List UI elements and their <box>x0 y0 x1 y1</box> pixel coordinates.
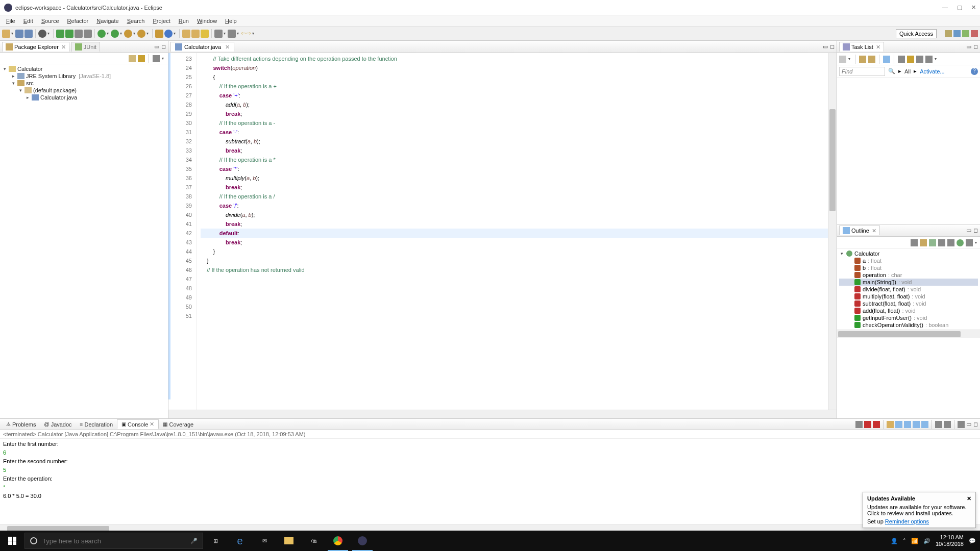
volume-icon[interactable]: 🔊 <box>923 538 930 544</box>
bottom-tab-console[interactable]: ▣Console ✕ <box>117 419 159 429</box>
console-toolbar-icon[interactable] <box>855 421 863 428</box>
code-editor[interactable]: 2324252627282930313233343536373839404142… <box>168 53 837 410</box>
mic-icon[interactable]: 🎤 <box>190 538 198 544</box>
reminder-options-link[interactable]: Reminder options <box>885 518 929 524</box>
new-package-icon[interactable] <box>164 30 173 38</box>
menu-run[interactable]: Run <box>175 17 193 25</box>
open-task-icon[interactable] <box>191 30 200 38</box>
console-toolbar-icon[interactable] <box>887 421 894 428</box>
outline-member[interactable]: add(float, float) : void <box>839 307 978 314</box>
start-button[interactable] <box>0 531 24 551</box>
build-icon[interactable] <box>38 30 46 38</box>
tree-project[interactable]: ▾ Calculator <box>2 65 166 72</box>
outline-member[interactable]: b : float <box>839 264 978 271</box>
editor-vertical-scrollbar[interactable] <box>828 53 837 410</box>
notifications-icon[interactable]: 💬 <box>969 538 976 544</box>
people-icon[interactable]: 👤 <box>891 538 898 544</box>
explorer-icon[interactable] <box>277 531 301 551</box>
task-activate-link[interactable]: Activate... <box>920 68 944 74</box>
windows-search[interactable]: 🎤 <box>24 533 203 549</box>
windows-search-input[interactable] <box>42 537 185 545</box>
outline-link-icon[interactable] <box>966 239 973 246</box>
menu-refactor[interactable]: Refactor <box>63 17 93 25</box>
outline-hide-static-icon[interactable] <box>947 239 954 246</box>
editor-maximize-icon[interactable]: ◻ <box>830 43 835 50</box>
edge-icon[interactable]: e <box>228 531 252 551</box>
quick-access[interactable]: Quick Access <box>896 29 937 38</box>
view-minimize-icon[interactable]: ▭ <box>154 43 159 50</box>
outline-member[interactable]: divide(float, float) : void <box>839 286 978 293</box>
tasklist-tab[interactable]: Task List ✕ <box>839 42 884 52</box>
menu-help[interactable]: Help <box>221 17 241 25</box>
tab-close-icon[interactable]: ✕ <box>225 44 230 51</box>
task-view-icon[interactable]: ⊞ <box>203 531 228 551</box>
java-perspective-icon[interactable] <box>953 30 961 37</box>
outline-member[interactable]: a : float <box>839 257 978 264</box>
task-new-icon[interactable] <box>839 56 846 63</box>
task-cat-icon[interactable] <box>859 56 866 63</box>
outline-sort-icon[interactable] <box>920 239 927 246</box>
mail-icon[interactable]: ✉ <box>252 531 277 551</box>
console-toolbar-icon[interactable] <box>873 421 880 428</box>
task-link-icon[interactable] <box>907 56 914 63</box>
other-perspective-icon[interactable] <box>971 30 978 37</box>
updates-close-icon[interactable]: ✕ <box>967 495 971 502</box>
coverage-icon[interactable] <box>75 30 83 38</box>
tab-close-icon[interactable]: ✕ <box>872 228 876 234</box>
save-icon[interactable] <box>15 30 23 38</box>
bottom-tab-javadoc[interactable]: @Javadoc <box>40 420 76 429</box>
editor-tab-calculator[interactable]: Calculator.java ✕ <box>170 42 234 52</box>
package-explorer-tab[interactable]: Package Explorer ✕ <box>2 42 69 52</box>
tab-close-icon[interactable]: ✕ <box>876 44 880 51</box>
open-type-icon[interactable] <box>182 30 190 38</box>
help-icon[interactable]: ? <box>971 68 978 75</box>
search-icon[interactable] <box>201 30 209 38</box>
forward-icon[interactable]: ⇨ <box>247 30 251 37</box>
wifi-icon[interactable]: 📶 <box>911 538 918 544</box>
console-toolbar-icon[interactable] <box>904 421 911 428</box>
minimize-button[interactable]: — <box>942 4 948 11</box>
outline-scrollbar[interactable] <box>837 330 980 338</box>
menu-project[interactable]: Project <box>149 17 175 25</box>
link-editor-icon[interactable] <box>138 55 145 62</box>
collapse-all-icon[interactable] <box>129 55 136 62</box>
outline-filter-icon[interactable] <box>929 239 936 246</box>
console-toolbar-icon[interactable] <box>935 421 942 428</box>
debug-perspective-icon[interactable] <box>962 30 969 37</box>
outline-member[interactable]: main(String[]) : void <box>839 279 978 286</box>
task-hide-icon[interactable] <box>925 56 933 63</box>
task-filter-icon[interactable] <box>916 56 923 63</box>
store-icon[interactable]: 🛍 <box>301 531 326 551</box>
view-menu-icon[interactable] <box>153 55 160 62</box>
tree-package[interactable]: ▾ (default package) <box>2 87 166 94</box>
tab-close-icon[interactable]: ✕ <box>61 44 66 51</box>
console-toolbar-icon[interactable] <box>895 421 902 428</box>
run-ext-icon[interactable] <box>137 30 145 38</box>
task-sync-icon[interactable] <box>883 56 890 63</box>
console-toolbar-icon[interactable] <box>958 421 965 428</box>
task-find-input[interactable] <box>839 67 885 76</box>
view-minimize-icon[interactable]: ▭ <box>966 227 971 234</box>
outline-focus-icon[interactable] <box>911 239 918 246</box>
task-all-link[interactable]: All <box>904 68 911 74</box>
view-maximize-icon[interactable]: ◻ <box>161 43 166 50</box>
console-toolbar-icon[interactable] <box>921 421 928 428</box>
chrome-icon[interactable] <box>326 531 350 551</box>
console-output[interactable]: Enter the first number:6Enter the second… <box>0 439 980 524</box>
menu-file[interactable]: File <box>2 17 19 25</box>
outline-class[interactable]: ▾Calculator <box>839 250 978 257</box>
perspective-icon[interactable] <box>945 30 952 37</box>
maximize-button[interactable]: ▢ <box>957 4 962 11</box>
task-sched-icon[interactable] <box>868 56 875 63</box>
menu-edit[interactable]: Edit <box>19 17 37 25</box>
outline-member[interactable]: operation : char <box>839 271 978 279</box>
task-collapse-icon[interactable] <box>898 56 905 63</box>
tree-jre[interactable]: ▸ JRE System Library [JavaSE-1.8] <box>2 72 166 80</box>
nav-icon[interactable] <box>214 30 223 38</box>
outline-member[interactable]: subtract(float, float) : void <box>839 300 978 307</box>
tree-src[interactable]: ▾ src <box>2 80 166 87</box>
outline-member[interactable]: multiply(float, float) : void <box>839 293 978 300</box>
save-all-icon[interactable] <box>24 30 33 38</box>
back-icon[interactable]: ⇦ <box>241 30 246 37</box>
console-toolbar-icon[interactable] <box>913 421 920 428</box>
